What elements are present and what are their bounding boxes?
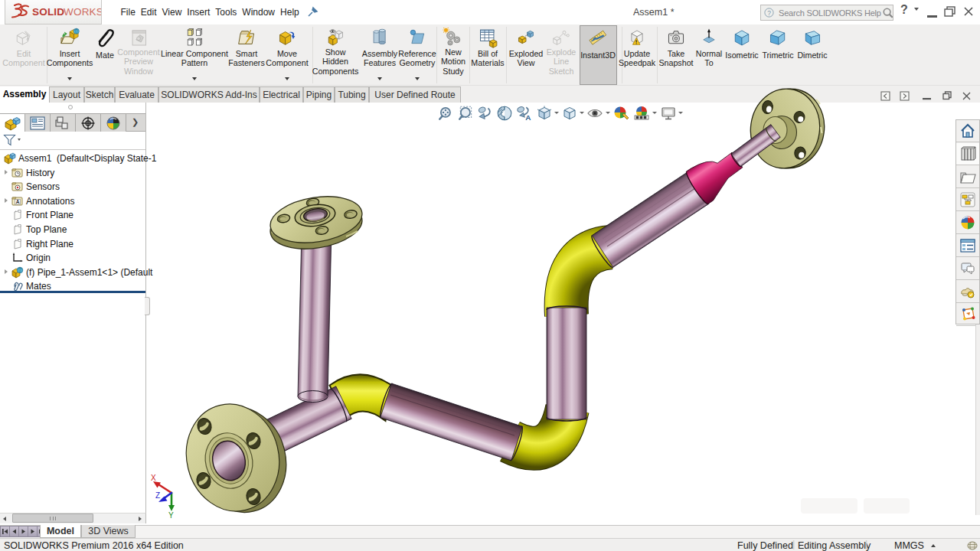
svg-text:Z: Z <box>155 491 160 500</box>
svg-text:X: X <box>151 474 156 482</box>
svg-text:Y: Y <box>168 511 174 520</box>
